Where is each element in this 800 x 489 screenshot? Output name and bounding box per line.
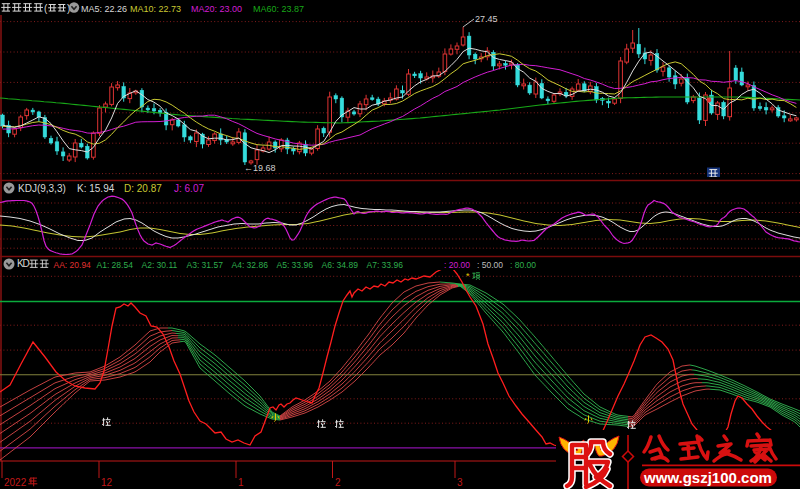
svg-text:KDJ(9,3,3): KDJ(9,3,3) (18, 183, 66, 194)
svg-text:*: * (466, 271, 470, 281)
svg-text:D: 20.87: D: 20.87 (124, 183, 162, 194)
svg-text:2022: 2022 (4, 477, 27, 488)
svg-text:: 80.00: : 80.00 (510, 260, 536, 270)
svg-text:A5: 33.96: A5: 33.96 (277, 260, 314, 270)
svg-text:A1: 28.54: A1: 28.54 (97, 260, 134, 270)
svg-text:AA: 20.94: AA: 20.94 (54, 260, 92, 270)
svg-text:MA10: 22.73: MA10: 22.73 (130, 4, 181, 14)
svg-text:A7: 33.96: A7: 33.96 (367, 260, 404, 270)
svg-text:D: D (23, 258, 30, 269)
svg-text:MA60: 23.87: MA60: 23.87 (253, 4, 304, 14)
svg-text:J: 6.07: J: 6.07 (174, 183, 204, 194)
svg-text:←19.68: ←19.68 (244, 163, 276, 173)
svg-text:1: 1 (238, 477, 244, 488)
svg-text:A6: 34.89: A6: 34.89 (322, 260, 359, 270)
svg-text:2: 2 (335, 477, 341, 488)
svg-text:3: 3 (457, 477, 463, 488)
svg-text:12: 12 (101, 477, 113, 488)
svg-text:A2: 30.11: A2: 30.11 (142, 260, 178, 270)
svg-text:A3: 31.57: A3: 31.57 (187, 260, 224, 270)
svg-text:www.gszj100.com: www.gszj100.com (643, 469, 772, 486)
svg-text:: 50.00: : 50.00 (477, 260, 503, 270)
svg-text:27.45: 27.45 (475, 14, 498, 24)
svg-text:MA20: 23.00: MA20: 23.00 (191, 4, 242, 14)
svg-text:MA5: 22.26: MA5: 22.26 (81, 4, 127, 14)
svg-text:K: 15.94: K: 15.94 (77, 183, 115, 194)
svg-text:: 20.00: : 20.00 (444, 260, 470, 270)
svg-text:A4: 32.86: A4: 32.86 (232, 260, 269, 270)
